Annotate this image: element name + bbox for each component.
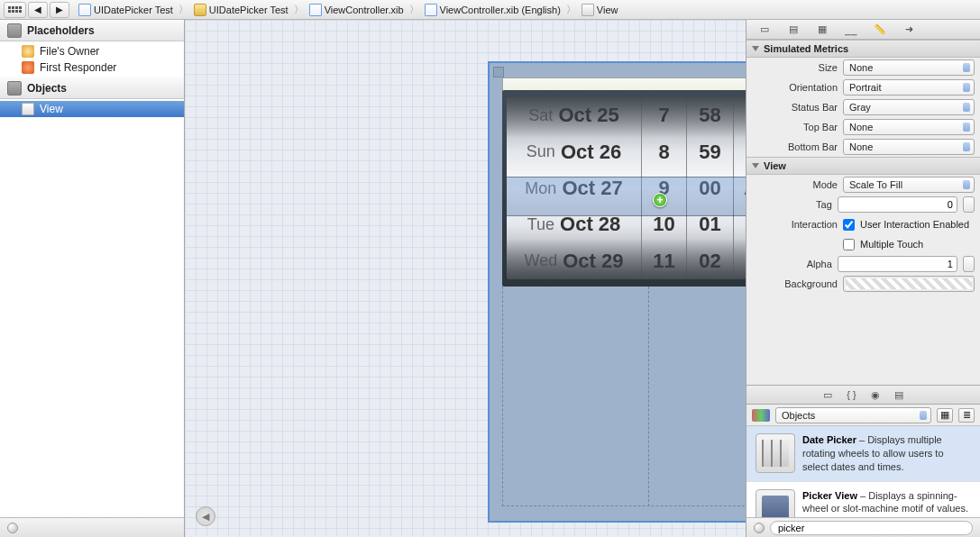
view-icon xyxy=(22,103,34,115)
disclosure-icon xyxy=(752,46,759,51)
canvas[interactable]: ◀ SatOct 25 SunOct 26 MonOct 27 TueOct 2… xyxy=(185,20,746,537)
orientation-label: Orientation xyxy=(752,82,838,93)
library-item-date-picker[interactable]: Date Picker – Displays multiple rotating… xyxy=(746,426,980,482)
picker-date-column[interactable]: SatOct 25 SunOct 26 MonOct 27 TueOct 28 … xyxy=(507,97,642,279)
inspector-panel: ▭ ▤ ▦ ⎯⎯ 📏 ➜ Simulated Metrics SizeNone … xyxy=(746,20,980,537)
placeholders-header: Placeholders xyxy=(0,20,184,41)
library-list[interactable]: Date Picker – Displays multiple rotating… xyxy=(746,426,980,517)
topbar-label: Top Bar xyxy=(752,122,838,132)
picker-ampm-column[interactable]: AM PM xyxy=(734,97,746,279)
collapse-outline-button[interactable]: ◀ xyxy=(196,506,215,526)
file-inspector-icon[interactable]: ▭ xyxy=(756,23,774,36)
statusbar-select[interactable]: Gray xyxy=(843,99,975,115)
bc-seg-5[interactable]: View xyxy=(578,4,622,16)
filter-icon[interactable] xyxy=(7,523,18,533)
bc-seg-4[interactable]: ViewController.xib (English) xyxy=(421,4,564,16)
multiple-touch-text: Multiple Touch xyxy=(860,239,923,250)
library-item-picker-view[interactable]: Picker View – Displays a spinning-wheel … xyxy=(746,482,980,517)
alpha-stepper[interactable] xyxy=(963,256,975,272)
inspector-tabs: ▭ ▤ ▦ ⎯⎯ 📏 ➜ xyxy=(746,20,980,40)
cube-icon xyxy=(7,81,22,96)
bc-seg-1[interactable]: UIDatePicker Test xyxy=(75,4,177,16)
quick-help-icon[interactable]: ▤ xyxy=(784,23,802,36)
connections-inspector-icon[interactable]: ➜ xyxy=(900,23,918,36)
code-snippet-icon[interactable]: { } xyxy=(847,389,856,400)
placeholder-first-responder[interactable]: First Responder xyxy=(0,59,184,76)
library-search-input[interactable] xyxy=(770,521,973,535)
interaction-label: Interaction xyxy=(752,219,838,230)
xib-icon xyxy=(309,4,322,16)
view-container[interactable]: SatOct 25 SunOct 26 MonOct 27 TueOct 28 … xyxy=(488,61,746,523)
bc-seg-2[interactable]: UIDatePicker Test xyxy=(190,4,292,16)
drag-add-cursor: + xyxy=(653,193,667,207)
background-colorwell[interactable] xyxy=(843,276,975,292)
view-section-header[interactable]: View xyxy=(746,157,980,175)
placeholder-files-owner[interactable]: File's Owner xyxy=(0,43,184,59)
library-scope-icon xyxy=(752,409,770,422)
forward-button[interactable]: ▶ xyxy=(50,2,69,18)
tag-label: Tag xyxy=(752,199,832,210)
disclosure-icon xyxy=(752,163,759,168)
size-label: Size xyxy=(752,62,838,73)
list-view-button[interactable]: ≣ xyxy=(958,408,975,423)
orientation-select[interactable]: Portrait xyxy=(843,79,975,96)
xib-icon xyxy=(425,4,437,16)
topbar-select[interactable]: None xyxy=(843,119,975,135)
view-icon xyxy=(582,4,594,16)
library-search-bar xyxy=(746,517,980,537)
object-view[interactable]: View xyxy=(0,101,184,117)
owner-icon xyxy=(22,45,34,58)
related-items-button[interactable] xyxy=(4,2,26,18)
identity-inspector-icon[interactable]: ▦ xyxy=(813,23,831,36)
multiple-touch-checkbox[interactable] xyxy=(843,239,855,250)
breadcrumb: UIDatePicker Test〉 UIDatePicker Test〉 Vi… xyxy=(71,1,976,19)
search-icon xyxy=(754,523,765,533)
attributes-inspector-icon[interactable]: ⎯⎯ xyxy=(842,23,860,36)
alpha-input[interactable] xyxy=(838,256,957,272)
alpha-label: Alpha xyxy=(752,259,832,269)
size-select[interactable]: None xyxy=(843,59,975,76)
responder-icon xyxy=(22,61,34,74)
library-dropdown[interactable]: Objects xyxy=(775,407,931,423)
document-outline: Placeholders File's Owner First Responde… xyxy=(0,20,185,537)
user-interaction-checkbox[interactable] xyxy=(843,219,855,231)
outline-footer xyxy=(0,517,184,537)
file-template-icon[interactable]: ▭ xyxy=(823,389,832,401)
date-picker[interactable]: SatOct 25 SunOct 26 MonOct 27 TueOct 28 … xyxy=(502,90,746,287)
bottombar-label: Bottom Bar xyxy=(752,141,838,152)
library-tabs: ▭ { } ◉ ▤ xyxy=(746,385,980,405)
mode-select[interactable]: Scale To Fill xyxy=(843,177,975,193)
date-picker-icon xyxy=(756,433,795,473)
picker-view-icon xyxy=(756,489,795,517)
picker-minute-column[interactable]: 58 59 00 01 02 xyxy=(687,97,734,279)
statusbar-label: Status Bar xyxy=(752,102,838,113)
media-library-icon[interactable]: ▤ xyxy=(894,389,903,401)
folder-icon xyxy=(194,4,206,16)
resize-handle[interactable] xyxy=(493,67,504,77)
size-inspector-icon[interactable]: 📏 xyxy=(871,23,889,36)
simulated-metrics-header[interactable]: Simulated Metrics xyxy=(746,40,980,58)
user-interaction-text: User Interaction Enabled xyxy=(860,219,969,230)
bc-seg-3[interactable]: ViewController.xib xyxy=(306,4,408,16)
tag-stepper[interactable] xyxy=(963,196,975,213)
object-library-icon[interactable]: ◉ xyxy=(871,389,880,401)
mode-label: Mode xyxy=(752,179,838,190)
objects-header: Objects xyxy=(0,77,184,99)
back-button[interactable]: ◀ xyxy=(28,2,48,18)
cube-icon xyxy=(7,23,22,38)
toolbar: ◀ ▶ UIDatePicker Test〉 UIDatePicker Test… xyxy=(0,0,980,20)
grid-view-button[interactable]: ▦ xyxy=(937,408,953,423)
picker-hour-column[interactable]: 7 8 9 10 11 xyxy=(642,97,687,279)
document-icon xyxy=(78,4,91,16)
background-label: Background xyxy=(752,278,838,289)
bottombar-select[interactable]: None xyxy=(843,139,975,155)
tag-input[interactable] xyxy=(838,196,957,213)
